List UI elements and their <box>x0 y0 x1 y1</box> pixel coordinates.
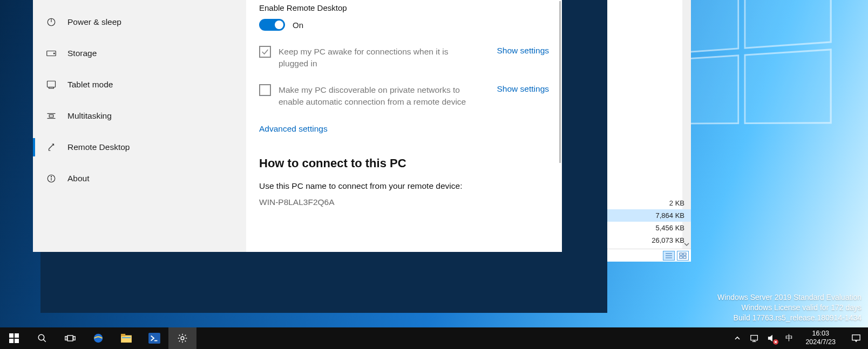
taskbar: 中 16:03 2024/7/23 <box>0 327 868 349</box>
sidebar-item-label: Power & sleep <box>67 17 121 27</box>
taskbar-clock[interactable]: 16:03 2024/7/23 <box>801 330 840 346</box>
svg-rect-18 <box>683 256 686 258</box>
connect-heading: How to connect to this PC <box>259 156 549 170</box>
keep-awake-show-settings-link[interactable]: Show settings <box>497 46 550 56</box>
volume-muted-icon[interactable] <box>767 333 777 344</box>
pc-name: WIN-P8LAL3F2Q6A <box>259 197 549 207</box>
svg-point-11 <box>51 176 51 177</box>
file-size: 7,864 KB <box>656 211 685 220</box>
about-icon <box>46 173 57 184</box>
icons-view-button[interactable] <box>677 251 689 261</box>
discoverable-show-settings-link[interactable]: Show settings <box>497 84 550 94</box>
sidebar-item-tablet-mode[interactable]: Tablet mode <box>33 69 246 100</box>
network-icon[interactable] <box>749 333 760 344</box>
taskbar-app-settings[interactable] <box>168 327 196 349</box>
watermark-line: Windows Server 2019 Standard Evaluation <box>717 292 862 303</box>
svg-rect-21 <box>9 339 13 343</box>
sidebar-item-label: Multitasking <box>67 111 112 121</box>
advanced-settings-link[interactable]: Advanced settings <box>259 124 549 134</box>
svg-point-34 <box>181 337 184 340</box>
svg-rect-4 <box>48 81 56 87</box>
svg-point-3 <box>53 53 55 54</box>
taskbar-app-powershell[interactable] <box>140 327 168 349</box>
section-title: Enable Remote Desktop <box>259 3 549 12</box>
tablet-icon <box>46 79 57 90</box>
svg-rect-22 <box>15 339 19 343</box>
task-view-button[interactable] <box>56 327 84 349</box>
connect-instruction: Use this PC name to connect from your re… <box>259 181 549 191</box>
svg-rect-30 <box>121 334 125 337</box>
svg-rect-35 <box>751 336 758 340</box>
scrollbar[interactable] <box>559 1 561 163</box>
power-icon <box>46 17 57 28</box>
discoverable-checkbox[interactable] <box>259 84 271 96</box>
svg-rect-20 <box>15 333 19 338</box>
svg-rect-26 <box>65 337 67 340</box>
clock-date: 2024/7/23 <box>805 338 836 347</box>
remote-desktop-icon <box>46 142 57 153</box>
settings-content: Enable Remote Desktop On Keep my PC awak… <box>246 0 562 252</box>
sidebar-item-storage[interactable]: Storage <box>33 38 246 69</box>
svg-rect-8 <box>49 115 53 118</box>
keep-awake-checkbox[interactable] <box>259 46 271 58</box>
toggle-state-label: On <box>293 20 303 30</box>
watermark-line: Build 17763.rs5_release.180914-1434 <box>717 313 862 323</box>
settings-sidebar: Power & sleep Storage Tablet mode Multit… <box>33 0 246 252</box>
svg-rect-15 <box>680 253 682 255</box>
start-button[interactable] <box>0 327 28 349</box>
sidebar-item-remote-desktop[interactable]: Remote Desktop <box>33 132 246 163</box>
explorer-statusbar <box>607 249 691 262</box>
multitasking-icon <box>46 111 57 121</box>
taskbar-app-ie[interactable] <box>84 327 112 349</box>
file-row[interactable]: 2 KB <box>607 197 691 209</box>
ime-indicator[interactable]: 中 <box>784 333 795 344</box>
file-size: 26,073 KB <box>652 236 684 244</box>
explorer-window-fragment: 2 KB 7,864 KB 5,456 KB 26,073 KB <box>607 0 691 262</box>
desktop-watermark: Windows Server 2019 Standard Evaluation … <box>717 292 862 323</box>
file-size: 5,456 KB <box>656 224 685 232</box>
svg-rect-19 <box>9 333 13 338</box>
svg-rect-31 <box>122 337 131 338</box>
svg-rect-27 <box>73 337 75 340</box>
svg-rect-5 <box>49 87 54 88</box>
desktop-wallpaper-logo <box>673 0 838 147</box>
action-center-icon[interactable] <box>851 333 862 344</box>
watermark-line: Windows License valid for 172 days <box>717 303 862 313</box>
tray-overflow-icon[interactable] <box>732 333 743 344</box>
svg-rect-39 <box>852 335 860 340</box>
svg-point-23 <box>38 334 44 340</box>
sidebar-item-power-sleep[interactable]: Power & sleep <box>33 6 246 38</box>
settings-window: Power & sleep Storage Tablet mode Multit… <box>33 0 562 252</box>
sidebar-item-multitasking[interactable]: Multitasking <box>33 100 246 132</box>
details-view-button[interactable] <box>663 251 675 261</box>
file-row[interactable]: 7,864 KB <box>607 209 691 222</box>
svg-rect-29 <box>121 336 132 343</box>
sidebar-item-label: Tablet mode <box>67 80 113 90</box>
clock-time: 16:03 <box>805 330 836 338</box>
discoverable-label: Make my PC discoverable on private netwo… <box>279 84 478 107</box>
search-button[interactable] <box>28 327 56 349</box>
file-size: 2 KB <box>669 199 684 207</box>
sidebar-item-label: Storage <box>67 49 97 58</box>
taskbar-app-explorer[interactable] <box>112 327 140 349</box>
svg-rect-17 <box>680 256 682 258</box>
svg-rect-16 <box>683 253 686 255</box>
keep-awake-label: Keep my PC awake for connections when it… <box>279 46 478 69</box>
sidebar-item-about[interactable]: About <box>33 163 246 194</box>
sidebar-item-label: Remote Desktop <box>67 142 130 152</box>
storage-icon <box>46 48 57 59</box>
file-row[interactable]: 5,456 KB <box>607 222 691 234</box>
remote-desktop-toggle[interactable] <box>259 19 285 31</box>
svg-rect-25 <box>67 336 73 341</box>
system-tray: 中 16:03 2024/7/23 <box>732 327 868 349</box>
svg-line-24 <box>43 339 46 342</box>
sidebar-item-label: About <box>67 174 90 183</box>
file-row[interactable]: 26,073 KB <box>607 234 691 247</box>
